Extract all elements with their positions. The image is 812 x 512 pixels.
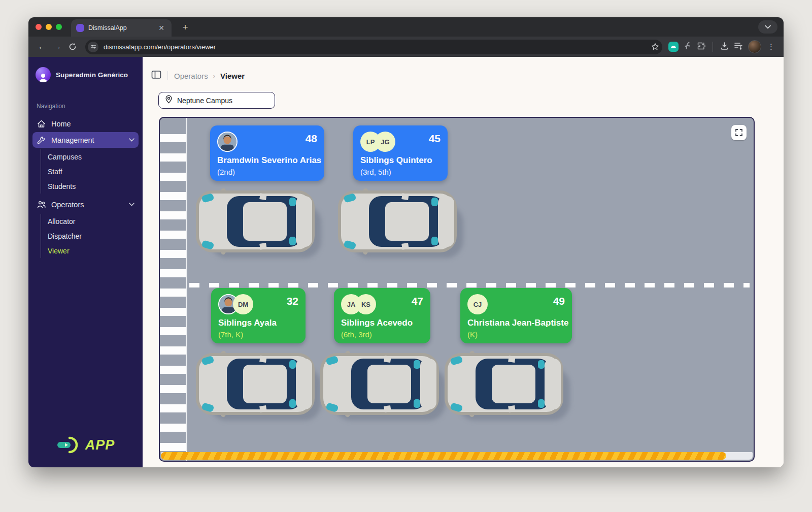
home-icon [37, 120, 46, 128]
pickup-card[interactable]: LPJG45Siblings Quintero(3rd, 5th) [353, 125, 448, 181]
pickup-card[interactable]: 48Bramdwin Severino Arias(2nd) [210, 125, 324, 181]
tab-favicon-icon [76, 24, 84, 32]
sidebar-item-label: Students [48, 182, 76, 190]
back-button[interactable]: ← [35, 39, 50, 54]
logo-car-icon [56, 436, 85, 454]
user-name: Superadmin Genérico [56, 71, 128, 79]
window-controls [36, 24, 62, 30]
sidebar-item-home[interactable]: Home [32, 116, 139, 132]
tab-title: DismissalApp [88, 24, 152, 31]
lane-divider-dashed-line [189, 283, 750, 287]
sidebar-item-label: Operators [51, 201, 84, 209]
chevron-down-icon [129, 138, 134, 142]
student-initials-avatar: JG [375, 132, 395, 152]
nav-section-label: Navigation [37, 103, 134, 110]
sidebar-item-allocator[interactable]: Allocator [41, 214, 139, 229]
sidebar-item-label: Viewer [48, 247, 70, 255]
zoom-window-button[interactable] [56, 24, 62, 30]
nav-list: Home Management Campuses Staff [32, 116, 139, 261]
sidebar-item-label: Campuses [48, 153, 82, 161]
menu-icon[interactable]: ⋮ [766, 42, 776, 51]
breadcrumb-divider [167, 71, 168, 80]
car-top-view [196, 190, 323, 261]
student-avatars: DM [218, 294, 253, 314]
extensions-puzzle-icon[interactable] [697, 42, 705, 52]
sidebar-item-label: Dispatcher [48, 232, 82, 240]
car-top-view [445, 353, 572, 424]
sidebar-toggle-icon[interactable] [151, 70, 161, 81]
grade-label: (2nd) [217, 168, 317, 176]
forward-button[interactable]: → [50, 39, 65, 54]
location-pin-icon [165, 95, 173, 106]
car-top-view [196, 353, 323, 424]
people-icon [37, 201, 46, 208]
pickup-card[interactable]: CJ49Christiana Jean-Baptiste(K) [460, 288, 572, 343]
desktop: DismissalApp ✕ + ← → dismissalapp.com/en… [0, 0, 812, 512]
breadcrumb: Operators › Viewer [151, 70, 784, 81]
extension-gray-icon[interactable] [684, 42, 692, 52]
sidebar-item-staff[interactable]: Staff [41, 164, 139, 179]
student-initials-avatar: CJ [467, 294, 488, 314]
grade-label: (K) [467, 330, 565, 339]
breadcrumb-parent[interactable]: Operators [174, 72, 208, 80]
operators-submenu: Allocator Dispatcher Viewer [41, 214, 139, 258]
sidebar-item-campuses[interactable]: Campuses [41, 149, 139, 164]
media-controls-icon[interactable] [734, 42, 743, 52]
family-name: Siblings Ayala [218, 318, 298, 328]
tab-search-button[interactable] [758, 20, 777, 34]
user-avatar [36, 67, 51, 82]
site-info-icon[interactable] [88, 42, 98, 52]
pickup-card[interactable]: JAKS47Siblings Acevedo(6th, 3rd) [334, 288, 430, 343]
family-name: Siblings Quintero [360, 155, 441, 166]
new-tab-button[interactable]: + [179, 21, 192, 34]
student-photo-avatar [217, 132, 238, 152]
sidebar-item-operators[interactable]: Operators [32, 197, 139, 212]
minimize-window-button[interactable] [46, 24, 52, 30]
hazard-stripe-thumb[interactable] [161, 452, 726, 460]
car-top-view [339, 190, 465, 261]
sidebar-item-dispatcher[interactable]: Dispatcher [41, 229, 139, 243]
browser-toolbar: ← → dismissalapp.com/en/operators/viewer [28, 37, 784, 57]
student-avatars: JAKS [341, 294, 376, 314]
management-submenu: Campuses Staff Students [41, 149, 139, 194]
url-text: dismissalapp.com/en/operators/viewer [104, 43, 646, 51]
horizontal-scrollbar[interactable] [161, 452, 753, 460]
grade-label: (3rd, 5th) [360, 168, 441, 176]
sidebar-item-management[interactable]: Management [32, 132, 139, 148]
extension-teal-icon[interactable] [668, 42, 679, 52]
app-sidebar: Superadmin Genérico Navigation Home [28, 57, 143, 467]
wrench-icon [37, 136, 46, 144]
address-bar[interactable]: dismissalapp.com/en/operators/viewer [85, 40, 662, 54]
grade-label: (7th, K) [218, 330, 298, 339]
profile-avatar[interactable] [748, 40, 761, 53]
main-content: Operators › Viewer Neptune Campus [143, 57, 784, 467]
pickup-card[interactable]: DM32Siblings Ayala(7th, K) [211, 288, 306, 343]
sidebar-item-students[interactable]: Students [41, 179, 139, 194]
campus-selector-value: Neptune Campus [177, 97, 232, 105]
pickup-number: 47 [412, 294, 423, 307]
pickup-number: 32 [287, 294, 298, 307]
sidebar-item-viewer[interactable]: Viewer [41, 243, 139, 258]
bookmark-star-icon[interactable] [651, 43, 659, 51]
browser-tab[interactable]: DismissalApp ✕ [71, 19, 172, 37]
road-canvas: 48Bramdwin Severino Arias(2nd)LPJG45Sibl… [159, 117, 755, 462]
breadcrumb-current: Viewer [220, 72, 245, 80]
pickup-number: 49 [553, 294, 565, 307]
student-initials-avatar: KS [356, 294, 376, 314]
grade-label: (6th, 3rd) [341, 330, 423, 339]
user-profile[interactable]: Superadmin Genérico [32, 66, 139, 82]
browser-window: DismissalApp ✕ + ← → dismissalapp.com/en… [28, 17, 784, 467]
tab-strip: DismissalApp ✕ + [28, 17, 784, 37]
close-window-button[interactable] [36, 24, 42, 30]
toolbar-divider [713, 42, 713, 52]
downloads-icon[interactable] [720, 42, 729, 52]
sidebar-item-label: Staff [48, 168, 62, 176]
campus-selector[interactable]: Neptune Campus [158, 92, 275, 109]
sidebar-item-label: Allocator [48, 217, 75, 226]
fullscreen-button[interactable] [731, 125, 747, 140]
tab-close-icon[interactable]: ✕ [156, 23, 166, 33]
reload-button[interactable] [65, 39, 80, 54]
logo-text: APP [85, 437, 115, 453]
crosswalk-stripes [160, 118, 186, 453]
sidebar-item-label: Management [51, 136, 94, 144]
